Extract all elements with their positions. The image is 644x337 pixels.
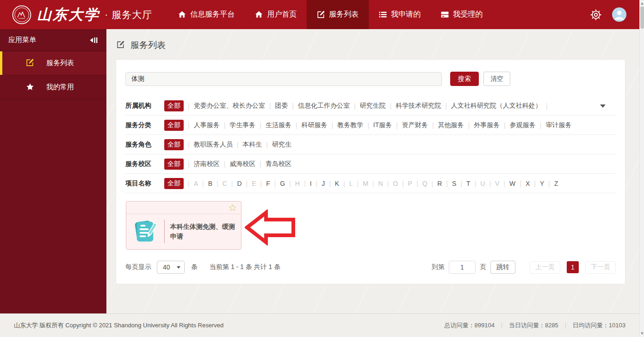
filter-item[interactable]: 团委 <box>275 102 288 110</box>
clear-button[interactable]: 清空 <box>483 72 510 86</box>
sidebar-item[interactable]: 服务列表 <box>0 51 106 75</box>
page-size-select[interactable]: 40 <box>157 261 185 274</box>
filter-item[interactable]: Z <box>554 180 558 187</box>
filter-item[interactable]: W <box>509 180 515 187</box>
filter-separator: | <box>372 180 374 187</box>
nav-item[interactable]: 服务列表 <box>307 0 369 29</box>
filter-item[interactable]: P <box>408 180 412 187</box>
service-card[interactable]: 本科生体测免测、缓测申请 <box>126 201 242 250</box>
filter-item[interactable]: 信息化工作办公室 <box>298 102 350 110</box>
filter-item[interactable]: L <box>349 180 353 187</box>
vertical-scrollbar[interactable] <box>639 0 644 337</box>
goto-page-input[interactable] <box>449 261 476 274</box>
user-avatar[interactable] <box>612 7 626 22</box>
current-page-button[interactable]: 1 <box>567 261 579 273</box>
filter-item[interactable]: 其他服务 <box>438 121 464 129</box>
filter-item[interactable]: 人文社科研究院（人文社科处） <box>451 102 542 110</box>
filter-item[interactable]: I <box>310 180 312 187</box>
filter-item[interactable]: U <box>480 180 485 187</box>
visit-stat-label: 当日访问量： <box>509 322 545 329</box>
filter-item[interactable]: Q <box>422 180 427 187</box>
visit-stat-label: 总访问量： <box>445 322 475 329</box>
nav-item[interactable]: 用户首页 <box>245 0 307 29</box>
filter-all-badge[interactable]: 全部 <box>164 100 184 111</box>
filter-item[interactable]: 教职医务人员 <box>194 141 233 149</box>
filter-item[interactable]: 研究生 <box>272 141 291 149</box>
filter-all-badge[interactable]: 全部 <box>164 120 184 131</box>
content-panel: 搜索 清空 所属机构全部|党委办公室、校长办公室|团委|信息化工作办公室|研究生… <box>116 59 625 284</box>
filter-item[interactable]: 青岛校区 <box>266 160 291 168</box>
jump-button[interactable]: 跳转 <box>490 261 515 274</box>
filter-separator: | <box>367 122 369 129</box>
filter-all-badge[interactable]: 全部 <box>164 139 184 150</box>
filter-item[interactable]: 教务教学 <box>337 121 363 129</box>
filter-item[interactable]: 参观服务 <box>510 121 536 129</box>
filter-item[interactable]: V <box>495 180 499 187</box>
filter-separator: | <box>402 180 404 187</box>
filter-item[interactable]: R <box>437 180 442 187</box>
filter-all-badge[interactable]: 全部 <box>164 159 184 170</box>
filter-item[interactable]: 本科生 <box>242 141 262 149</box>
chevron-down-icon <box>177 266 180 269</box>
filter-item[interactable]: N <box>378 180 383 187</box>
search-input[interactable] <box>125 72 442 86</box>
filter-item[interactable]: 审计服务 <box>546 121 572 129</box>
prev-page-button[interactable]: 上一页 <box>530 261 560 274</box>
brand-separator: · <box>105 9 108 21</box>
brand[interactable]: 山东大学 · 服务大厅 <box>12 5 152 25</box>
filter-separator: | <box>260 122 261 129</box>
filter-item[interactable]: 科研服务 <box>302 121 328 129</box>
search-button[interactable]: 搜索 <box>450 72 479 86</box>
collapse-sidebar-icon[interactable] <box>90 37 98 43</box>
filter-separator: | <box>316 180 318 187</box>
filter-item[interactable]: J <box>322 180 325 187</box>
nav-item[interactable]: 我申请的 <box>369 0 431 29</box>
filter-item[interactable]: 资产财务 <box>402 121 428 129</box>
filter-separator: | <box>231 180 233 187</box>
expand-caret-icon[interactable] <box>600 104 606 108</box>
favorite-star-icon[interactable] <box>229 204 236 212</box>
filter-row: 服务校区全部|济南校区|威海校区|青岛校区 <box>125 154 616 174</box>
filter-item[interactable]: 济南校区 <box>194 160 220 168</box>
filter-item[interactable]: F <box>266 180 270 187</box>
filter-item[interactable]: G <box>280 180 285 187</box>
filter-item[interactable]: H <box>295 180 300 187</box>
filter-label: 项目名称 <box>125 179 164 188</box>
filter-item[interactable]: B <box>208 180 212 187</box>
filter-item[interactable]: K <box>335 180 339 187</box>
scrollbar-up-arrow-icon[interactable] <box>641 2 644 5</box>
brand-university-name: 山东大学 <box>37 5 100 25</box>
scrollbar-down-arrow-icon[interactable] <box>641 332 644 335</box>
filter-item[interactable]: E <box>252 180 256 187</box>
filter-item[interactable]: 威海校区 <box>229 160 255 168</box>
filter-item[interactable]: S <box>452 180 456 187</box>
filter-item[interactable]: 研究生院 <box>360 102 386 110</box>
filter-item[interactable]: D <box>237 180 242 187</box>
filter-item[interactable]: A <box>194 180 198 187</box>
filter-separator: | <box>246 180 248 187</box>
filter-item[interactable]: O <box>393 180 398 187</box>
filter-item[interactable]: Y <box>540 180 544 187</box>
next-page-button[interactable]: 下一页 <box>585 261 616 274</box>
filter-item[interactable]: C <box>223 180 227 187</box>
filter-item[interactable]: 生活服务 <box>266 121 291 129</box>
nav-item[interactable]: 信息服务平台 <box>168 0 245 29</box>
settings-gear-icon[interactable] <box>590 9 602 21</box>
filter-item[interactable]: 人事服务 <box>194 121 220 129</box>
filter-item[interactable]: IT服务 <box>373 121 392 129</box>
filter-item[interactable]: T <box>466 180 471 187</box>
service-card-title: 本科生体测免测、缓测申请 <box>170 222 236 241</box>
filter-item[interactable]: 外事服务 <box>474 121 500 129</box>
filter-label: 服务分类 <box>125 121 164 129</box>
filter-item[interactable]: X <box>526 180 530 187</box>
filter-item[interactable]: M <box>363 180 368 187</box>
filter-item[interactable]: 学生事务 <box>229 121 255 129</box>
filter-item[interactable]: 党委办公室、校长办公室 <box>194 102 265 110</box>
filter-item[interactable]: 科学技术研究院 <box>396 102 441 110</box>
sidebar-item[interactable]: 我的常用 <box>0 75 106 99</box>
visit-stat: 总访问量：899104 <box>445 321 495 330</box>
nav-item[interactable]: 我受理的 <box>431 0 493 29</box>
filter-all-badge[interactable]: 全部 <box>164 178 184 189</box>
scrollbar-thumb[interactable] <box>640 6 644 29</box>
pagination-right: 到第 页 跳转 上一页 1 下一页 <box>432 261 616 274</box>
